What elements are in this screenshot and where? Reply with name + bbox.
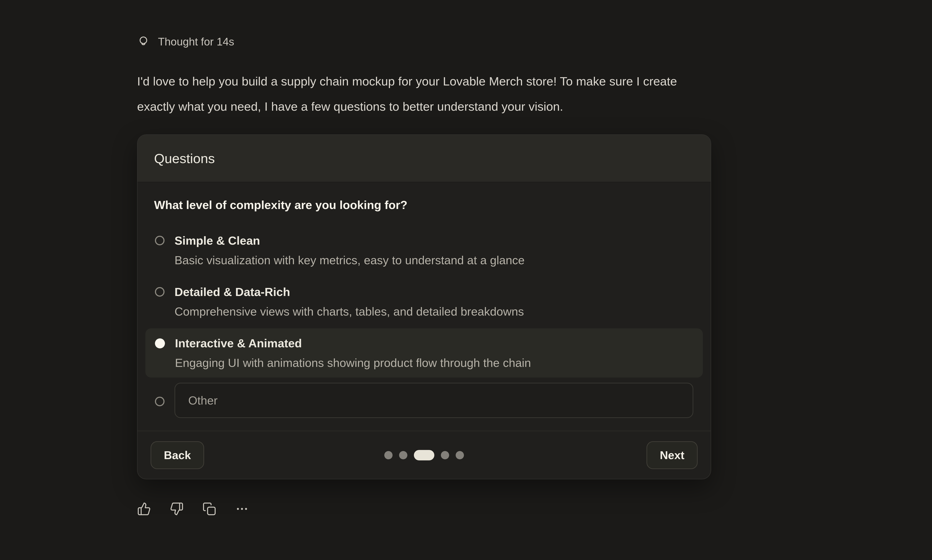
- radio-selected-icon[interactable]: [155, 338, 165, 348]
- assistant-message-text: I'd love to help you build a supply chai…: [137, 69, 877, 119]
- option-detailed-data-rich[interactable]: Detailed & Data-Rich Comprehensive views…: [145, 277, 703, 326]
- pagination-dot-active: [414, 450, 434, 460]
- question-text: What level of complexity are you looking…: [154, 198, 703, 212]
- option-description: Engaging UI with animations showing prod…: [175, 356, 531, 370]
- option-other[interactable]: [145, 383, 703, 418]
- option-simple-clean[interactable]: Simple & Clean Basic visualization with …: [145, 226, 703, 275]
- message-line: exactly what you need, I have a few ques…: [137, 94, 877, 119]
- radio-unselected-icon[interactable]: [155, 236, 165, 245]
- option-title: Simple & Clean: [174, 234, 525, 248]
- thought-label: Thought for 14s: [158, 35, 234, 48]
- thought-summary[interactable]: Thought for 14s: [137, 32, 877, 51]
- thumbs-up-button[interactable]: [137, 502, 151, 516]
- option-title: Interactive & Animated: [175, 336, 531, 350]
- assistant-message-block: Thought for 14s I'd love to help you bui…: [137, 32, 877, 516]
- options-list: Simple & Clean Basic visualization with …: [145, 226, 703, 377]
- more-options-button[interactable]: [235, 502, 249, 516]
- message-line: I'd love to help you build a supply chai…: [137, 69, 877, 94]
- copy-button[interactable]: [202, 502, 216, 516]
- pagination-dot: [384, 451, 393, 459]
- option-interactive-animated[interactable]: Interactive & Animated Engaging UI with …: [145, 328, 703, 377]
- pagination-dot: [441, 451, 449, 459]
- option-description: Basic visualization with key metrics, ea…: [174, 253, 525, 267]
- card-title: Questions: [154, 151, 215, 166]
- pagination-dot: [456, 451, 464, 459]
- thumbs-up-icon: [137, 502, 151, 516]
- more-options-icon: [235, 502, 249, 516]
- option-text: Detailed & Data-Rich Comprehensive views…: [174, 285, 524, 318]
- questions-card-body: What level of complexity are you looking…: [137, 182, 711, 431]
- next-button[interactable]: Next: [647, 441, 698, 469]
- option-text: Interactive & Animated Engaging UI with …: [175, 336, 531, 370]
- option-description: Comprehensive views with charts, tables,…: [174, 305, 524, 318]
- option-title: Detailed & Data-Rich: [174, 285, 524, 299]
- thumbs-down-icon: [170, 502, 184, 516]
- radio-unselected-icon[interactable]: [155, 287, 165, 297]
- copy-icon: [202, 502, 216, 516]
- radio-unselected-icon[interactable]: [155, 397, 165, 406]
- option-text: Simple & Clean Basic visualization with …: [174, 234, 525, 267]
- back-button[interactable]: Back: [151, 441, 204, 469]
- pagination-dots: [384, 450, 464, 460]
- questions-card: Questions What level of complexity are y…: [137, 134, 711, 479]
- lightbulb-icon: [137, 35, 150, 49]
- questions-card-header: Questions: [137, 135, 711, 182]
- questions-card-footer: Back Next: [137, 431, 711, 479]
- other-option-input[interactable]: [174, 383, 693, 418]
- message-actions: [137, 502, 877, 516]
- thumbs-down-button[interactable]: [170, 502, 184, 516]
- pagination-dot: [399, 451, 407, 459]
